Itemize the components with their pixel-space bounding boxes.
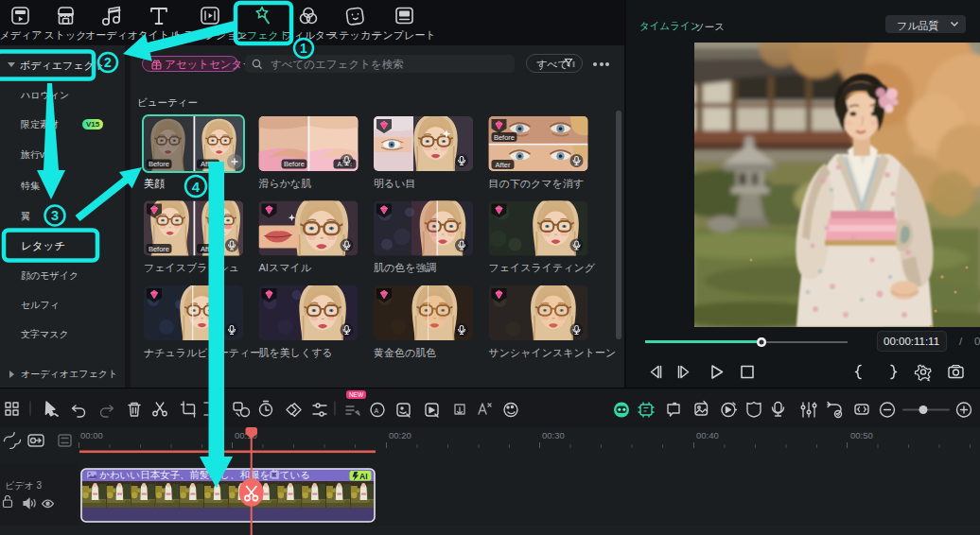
- svg-text:肌の色を強調: 肌の色を強調: [374, 262, 437, 273]
- svg-text:AI: AI: [359, 472, 368, 481]
- svg-text:美顔: 美顔: [144, 178, 165, 189]
- svg-text:00:20: 00:20: [389, 430, 411, 440]
- svg-text:ナチュラルビューティー: ナチュラルビューティー: [144, 347, 260, 358]
- svg-text:エフェクト: エフェクト: [236, 29, 289, 41]
- svg-text:サンシャインスキントーン: サンシャインスキントーン: [489, 347, 617, 358]
- svg-text:肌を美しくする: 肌を美しくする: [259, 347, 333, 358]
- svg-text:滑らかな肌: 滑らかな肌: [259, 178, 312, 189]
- svg-text:00:30: 00:30: [542, 430, 565, 440]
- svg-text:目の下のクマを消す: 目の下のクマを消す: [489, 178, 585, 189]
- svg-text:A: A: [375, 407, 379, 414]
- svg-text:テンプレート: テンプレート: [372, 29, 435, 41]
- svg-text:明るい目: 明るい目: [374, 178, 416, 189]
- svg-text:黄金色の肌色: 黄金色の肌色: [374, 347, 436, 358]
- svg-text:フェイスブラッシュ: フェイスブラッシュ: [144, 262, 239, 273]
- svg-text:ビデオ 3: ビデオ 3: [5, 480, 42, 491]
- svg-text:メディア: メディア: [0, 29, 43, 41]
- svg-text:NEW: NEW: [349, 391, 364, 398]
- svg-text:00:40: 00:40: [696, 430, 719, 440]
- svg-text:ストック: ストック: [44, 29, 86, 41]
- svg-text:オーディオ: オーディオ: [85, 29, 138, 41]
- svg-text:00:00: 00:00: [80, 430, 103, 440]
- svg-text:00:50: 00:50: [850, 430, 873, 440]
- svg-text:フェイスライティング: フェイスライティング: [489, 262, 596, 273]
- svg-text:AIスマイル: AIスマイル: [259, 262, 312, 273]
